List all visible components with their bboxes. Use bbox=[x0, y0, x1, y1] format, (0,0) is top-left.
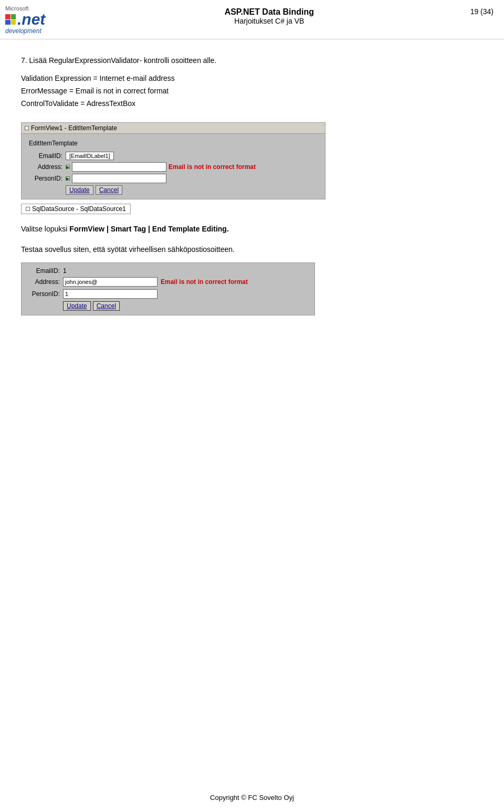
paragraph1: Valitse lopuksi FormView | Smart Tag | E… bbox=[21, 224, 483, 235]
runtime-personid-label: PersonID: bbox=[26, 290, 60, 298]
personid-row: PersonID: ▶ bbox=[26, 174, 321, 183]
sq-red bbox=[5, 14, 10, 19]
logo-area: Microsoft .net development bbox=[5, 5, 68, 35]
sqldatasource-corner-icon bbox=[26, 207, 30, 211]
runtime-personid-value: 1 bbox=[65, 291, 68, 297]
validation-info: Validation Expression = Internet e-mail … bbox=[21, 72, 483, 110]
copyright-text: Copyright © FC Sovelto Oyj bbox=[210, 794, 294, 802]
formview-titlebar: FormView1 - EditItemTemplate bbox=[22, 123, 325, 134]
designer-formview: FormView1 - EditItemTemplate EditItemTem… bbox=[21, 122, 326, 199]
runtime-buttons: Update Cancel bbox=[26, 301, 310, 311]
address-label: Address: bbox=[26, 163, 62, 171]
address-textbox[interactable] bbox=[72, 162, 166, 172]
colored-squares-icon bbox=[5, 14, 16, 25]
runtime-address-label: Address: bbox=[26, 278, 60, 286]
main-content: 7. Lisää RegularExpressionValidator- kon… bbox=[0, 39, 504, 336]
personid-input-wrap: ▶ bbox=[66, 174, 166, 183]
emailid-row: EmailID: [EmailIDLabel1] bbox=[26, 152, 321, 160]
personid-label: PersonID: bbox=[26, 175, 62, 182]
runtime-emailid-value: 1 bbox=[63, 267, 67, 275]
page-number: 19 (34) bbox=[470, 7, 494, 16]
runtime-cancel-button[interactable]: Cancel bbox=[93, 301, 120, 311]
runtime-formview: EmailID: 1 Address: john.jones@ Email is… bbox=[21, 262, 315, 315]
update-button[interactable]: Update bbox=[66, 185, 93, 195]
runtime-personid-textbox[interactable]: 1 bbox=[63, 289, 158, 299]
page-footer: Copyright © FC Sovelto Oyj bbox=[0, 794, 504, 802]
sqldatasource-text: SqlDataSource - SqlDataSource1 bbox=[32, 205, 126, 213]
emailid-value: [EmailIDLabel1] bbox=[66, 152, 114, 160]
paragraph1-bold: FormView | Smart Tag | End Template Edit… bbox=[69, 225, 228, 233]
sqldatasource-label: SqlDataSource - SqlDataSource1 bbox=[21, 204, 131, 214]
development-text: development bbox=[5, 27, 68, 35]
validation-line2: ErrorMessage = Email is not in correct f… bbox=[21, 85, 483, 98]
paragraph1-text-before: Valitse lopuksi bbox=[21, 225, 69, 233]
cancel-button[interactable]: Cancel bbox=[96, 185, 122, 195]
header-subtitle: Harjoitukset C# ja VB bbox=[68, 17, 470, 25]
arrow-icon: ▶ bbox=[66, 165, 70, 169]
runtime-address-value: john.jones@ bbox=[65, 279, 97, 285]
address-input-wrap: ▶ Email is not in correct format bbox=[66, 162, 256, 172]
sq-yellow bbox=[11, 20, 16, 25]
header-center: ASP.NET Data Binding Harjoitukset C# ja … bbox=[68, 7, 470, 25]
validation-line3: ControlToValidate = AdressTextBox bbox=[21, 98, 483, 110]
runtime-address-textbox[interactable]: john.jones@ bbox=[63, 277, 158, 287]
formview-inner: EditItemTemplate EmailID: [EmailIDLabel1… bbox=[22, 134, 325, 199]
corner-square-icon bbox=[25, 126, 29, 130]
validation-line1: Validation Expression = Internet e-mail … bbox=[21, 72, 483, 85]
emailid-label: EmailID: bbox=[26, 152, 62, 160]
page-header: Microsoft .net development ASP.NET Data … bbox=[0, 0, 504, 39]
runtime-update-button[interactable]: Update bbox=[63, 301, 91, 311]
personid-textbox[interactable] bbox=[72, 174, 166, 183]
formview-title: FormView1 - EditItemTemplate bbox=[31, 124, 117, 132]
runtime-address-error: Email is not in correct format bbox=[161, 278, 248, 286]
arrow-icon2: ▶ bbox=[66, 176, 70, 181]
net-logo-row: .net bbox=[5, 12, 68, 27]
section-heading: 7. Lisää RegularExpressionValidator- kon… bbox=[21, 55, 483, 66]
address-row: Address: ▶ Email is not in correct forma… bbox=[26, 162, 321, 172]
runtime-personid-row: PersonID: 1 bbox=[26, 289, 310, 299]
net-text: .net bbox=[17, 12, 45, 27]
editittemplate-label: EditItemTemplate bbox=[26, 138, 321, 149]
address-error-msg: Email is not in correct format bbox=[169, 163, 256, 171]
header-title: ASP.NET Data Binding bbox=[68, 7, 470, 17]
runtime-address-row: Address: john.jones@ Email is not in cor… bbox=[26, 277, 310, 287]
designer-buttons: Update Cancel bbox=[26, 185, 321, 195]
sq-green bbox=[11, 14, 16, 19]
sq-blue bbox=[5, 20, 10, 25]
paragraph2: Testaa sovellus siten, että syötät virhe… bbox=[21, 244, 483, 255]
runtime-emailid-label: EmailID: bbox=[26, 267, 60, 275]
runtime-emailid-row: EmailID: 1 bbox=[26, 267, 310, 275]
